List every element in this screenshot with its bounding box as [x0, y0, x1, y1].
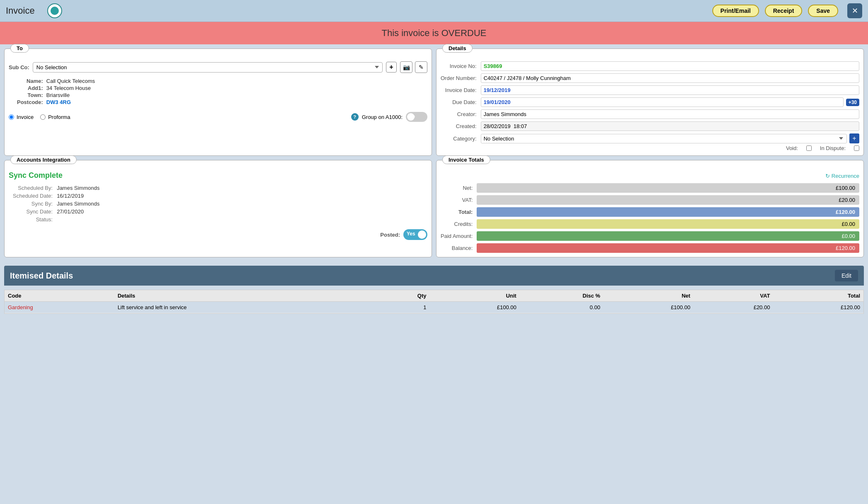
sync-date-value: 27/01/2020	[57, 208, 427, 215]
save-button[interactable]: Save	[808, 5, 838, 17]
posted-toggle[interactable]: Yes	[403, 229, 427, 240]
sync-date-label: Sync Date:	[13, 208, 53, 215]
vat-value: £20.00	[477, 195, 859, 205]
totals-panel-title: Invoice Totals	[442, 155, 490, 164]
add1-value: 34 Telecom House	[46, 85, 427, 91]
group-a1000-toggle[interactable]: No	[406, 112, 427, 122]
town-value: Briarsville	[46, 92, 427, 98]
main-content: To Sub Co: No Selection + 📷 ✎ Name: Call…	[0, 44, 868, 262]
total-label: Total:	[441, 209, 473, 215]
items-table: Code Details Qty Unit Disc % Net VAT Tot…	[5, 290, 863, 313]
void-row: Void: In Dispute:	[441, 145, 859, 151]
radio-row: Invoice Proforma ? Group on A1000: No	[9, 112, 427, 122]
details-grid: Invoice No: Order Number: Invoice Date: …	[441, 61, 859, 143]
recurrence-button[interactable]: ↻ Recurrence	[477, 173, 859, 179]
due-date-field[interactable]	[481, 97, 844, 107]
add-category-button[interactable]: +	[849, 133, 859, 143]
col-qty: Qty	[376, 290, 429, 302]
order-no-label: Order Number:	[441, 75, 477, 81]
scheduled-by-value: James Simmonds	[57, 185, 427, 191]
print-email-button[interactable]: Print/Email	[712, 5, 759, 17]
accounts-integration-panel: Accounts Integration Sync Complete Sched…	[4, 160, 432, 257]
postcode-value: DW3 4RG	[46, 99, 427, 105]
town-label: Town:	[17, 92, 43, 98]
col-disc: Disc %	[520, 290, 603, 302]
col-details: Details	[114, 290, 376, 302]
in-dispute-checkbox[interactable]	[854, 145, 859, 151]
category-select[interactable]: No Selection	[481, 134, 847, 143]
net-value: £100.00	[477, 183, 859, 193]
invoice-no-field[interactable]	[481, 61, 859, 71]
to-panel-title: To	[10, 44, 29, 53]
table-body: Gardening Lift service and left in servi…	[5, 302, 863, 313]
category-label: Category:	[441, 136, 477, 142]
invoice-date-label: Invoice Date:	[441, 87, 477, 93]
postcode-label: Postcode:	[17, 99, 43, 105]
status-label: Status:	[13, 216, 53, 223]
void-label: Void:	[786, 145, 798, 151]
table-row: Gardening Lift service and left in servi…	[5, 302, 863, 313]
col-unit: Unit	[429, 290, 520, 302]
invoice-radio-group: Invoice	[9, 114, 34, 120]
proforma-radio-label: Proforma	[48, 114, 70, 120]
cell-net: £100.00	[603, 302, 694, 313]
col-code: Code	[5, 290, 114, 302]
proforma-radio[interactable]	[40, 114, 46, 120]
details-panel-title: Details	[442, 44, 473, 53]
scheduled-by-label: Scheduled By:	[13, 185, 53, 191]
net-label: Net:	[441, 185, 473, 191]
icon-buttons: 📷 ✎	[400, 61, 427, 73]
group-a1000-section: ? Group on A1000: No	[351, 112, 427, 122]
edit-icon-button[interactable]: ✎	[415, 61, 427, 73]
order-no-field[interactable]	[481, 73, 859, 83]
toggle-slider	[406, 112, 427, 122]
sync-status: Sync Complete	[9, 171, 427, 180]
total-value: £120.00	[477, 207, 859, 217]
invoice-no-label: Invoice No:	[441, 63, 477, 69]
invoice-totals-panel: Invoice Totals ↻ Recurrence Net: £100.00…	[436, 160, 864, 257]
edit-button[interactable]: Edit	[835, 270, 858, 281]
cell-disc: 0.00	[520, 302, 603, 313]
sync-grid: Scheduled By: James Simmonds Scheduled D…	[13, 185, 427, 223]
subco-select[interactable]: No Selection	[33, 62, 383, 73]
invoice-date-field[interactable]	[481, 85, 859, 95]
balance-label: Balance:	[441, 245, 473, 251]
to-panel: To Sub Co: No Selection + 📷 ✎ Name: Call…	[4, 48, 432, 156]
credits-label: Credits:	[441, 221, 473, 227]
category-row: No Selection +	[481, 133, 859, 143]
cell-code: Gardening	[5, 302, 114, 313]
in-dispute-label: In Dispute:	[820, 145, 846, 151]
plus30-badge: +30	[846, 99, 859, 106]
cell-total: £120.00	[773, 302, 863, 313]
add1-label: Add1:	[17, 85, 43, 91]
overdue-banner: This invoice is OVERDUE	[0, 22, 868, 44]
status-value	[57, 216, 427, 223]
cell-details: Lift service and left in service	[114, 302, 376, 313]
totals-grid: ↻ Recurrence Net: £100.00 VAT: £20.00 To…	[441, 173, 859, 253]
proforma-radio-group: Proforma	[40, 114, 70, 120]
created-label: Created:	[441, 123, 477, 129]
details-panel: Details Invoice No: Order Number: Invoic…	[436, 48, 864, 156]
subco-row: Sub Co: No Selection + 📷 ✎	[9, 61, 427, 73]
col-vat: VAT	[694, 290, 774, 302]
status-indicator	[47, 3, 62, 18]
close-button[interactable]: ✕	[847, 3, 862, 18]
posted-label: Posted:	[380, 232, 400, 238]
balance-value: £120.00	[477, 243, 859, 253]
subco-label: Sub Co:	[9, 64, 29, 70]
cell-qty: 1	[376, 302, 429, 313]
invoice-radio[interactable]	[9, 114, 14, 120]
address-grid: Name: Call Quick Telecoms Add1: 34 Telec…	[17, 78, 427, 105]
created-field	[481, 121, 859, 131]
col-net: Net	[603, 290, 694, 302]
help-icon[interactable]: ?	[351, 113, 359, 121]
void-checkbox[interactable]	[806, 145, 812, 151]
itemised-title: Itemised Details	[10, 271, 73, 281]
camera-icon-button[interactable]: 📷	[400, 61, 412, 73]
subco-add-button[interactable]: +	[386, 62, 397, 73]
due-date-row: +30	[481, 97, 859, 107]
receipt-button[interactable]: Receipt	[765, 5, 803, 17]
sync-by-value: James Simmonds	[57, 201, 427, 207]
group-a1000-label: Group on A1000:	[362, 114, 403, 120]
creator-field[interactable]	[481, 109, 859, 119]
